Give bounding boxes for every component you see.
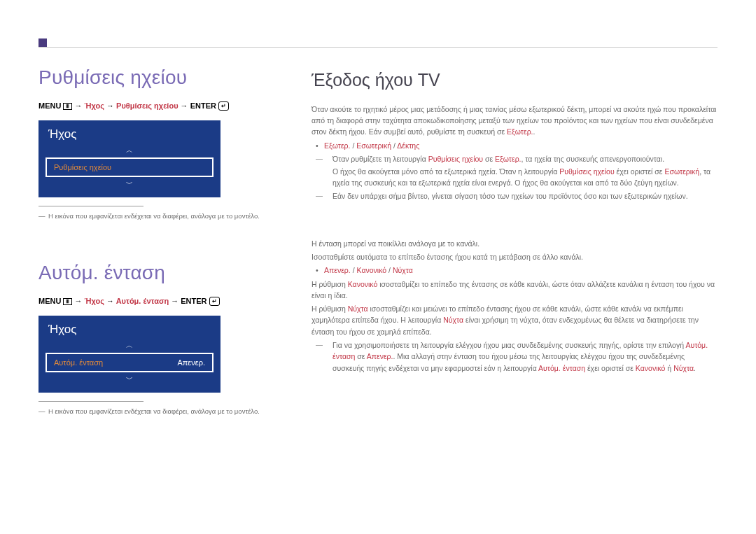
bc-auto: Αυτόμ. ένταση [116, 297, 169, 305]
bc-menu-label: MENU [38, 297, 63, 305]
osd-item-value: Απενερ. [177, 358, 205, 367]
subsection-title-tv-out: Έξοδος ήχου TV [312, 66, 718, 94]
note-item: Εάν δεν υπάρχει σήμα βίντεο, γίνεται σίγ… [312, 190, 718, 202]
note-item: Για να χρησιμοποιήσετε τη λειτουργία ελέ… [312, 339, 718, 374]
osd-menu-title: Ήχος [38, 323, 220, 341]
separator: / [386, 266, 393, 274]
bc-arrow: → [72, 297, 84, 305]
breadcrumb-auto-volume: MENU Ⅲ → Ήχος → Αυτόμ. ένταση → ENTER ↵ [38, 297, 276, 306]
paragraph: Η ρύθμιση Κανονικό ισοσταθμίζει το επίπε… [312, 279, 718, 302]
osd-menu-item-speaker[interactable]: Ρυθμίσεις ηχείου [46, 157, 214, 177]
bc-enter-label: ENTER [190, 101, 218, 110]
note-subtext: Ο ήχος θα ακούγεται μόνο από τα εξωτερικ… [312, 166, 718, 189]
header-rule [38, 47, 718, 48]
text: ή [665, 364, 673, 372]
footnote-speaker: Η εικόνα που εμφανίζεται ενδέχεται να δι… [38, 212, 276, 220]
option-list: Απενερ. / Κανονικό / Νύχτα [312, 265, 718, 276]
corner-mark [38, 38, 47, 47]
text: Ο ήχος θα ακούγεται μόνο από τα εξωτερικ… [332, 167, 559, 176]
subsection-auto-volume: Η ένταση μπορεί να ποικίλλει ανάλογα με … [312, 238, 718, 374]
bc-speaker: Ρυθμίσεις ηχείου [116, 101, 178, 110]
paragraph: Η ένταση μπορεί να ποικίλλει ανάλογα με … [312, 238, 718, 249]
enter-button-icon: ↵ [209, 297, 220, 306]
enter-button-icon: ↵ [218, 101, 229, 111]
right-column: Έξοδος ήχου TV Όταν ακούτε το ηχητικό μέ… [312, 66, 718, 415]
text: σε [483, 155, 495, 163]
chevron-up-icon: ︿ [38, 341, 220, 351]
bc-arrow: → [104, 297, 116, 305]
osd-menu-speaker: Ήχος ︿ Ρυθμίσεις ηχείου ﹀ [38, 120, 220, 197]
text-highlight: Εξωτερ. [507, 127, 533, 136]
text: , τα ηχεία της συσκευής απενεργοποιούντα… [522, 155, 665, 163]
bc-arrow: → [104, 101, 116, 110]
bc-sound: Ήχος [85, 297, 104, 305]
text-highlight: Ρυθμίσεις ηχείου [559, 167, 614, 176]
chevron-up-icon: ︿ [38, 146, 220, 155]
breadcrumb-speaker: MENU Ⅲ → Ήχος → Ρυθμίσεις ηχείου → ENTER… [38, 101, 276, 111]
text: Για να χρησιμοποιήσετε τη λειτουργία ελέ… [332, 341, 685, 349]
separator: / [391, 141, 397, 150]
text: Η ρύθμιση [312, 304, 348, 313]
page-content: Ρυθμίσεις ηχείου MENU Ⅲ → Ήχος → Ρυθμίσε… [38, 66, 718, 415]
text-highlight: Κανονικό [636, 364, 666, 372]
text-highlight: Εξωτερ. [495, 155, 521, 163]
option-external: Εξωτερ. [324, 141, 350, 150]
text: έχει οριστεί σε [585, 364, 636, 372]
separator [38, 206, 144, 206]
left-column: Ρυθμίσεις ηχείου MENU Ⅲ → Ήχος → Ρυθμίσε… [38, 66, 276, 415]
footnote-auto-volume: Η εικόνα που εμφανίζεται ενδέχεται να δι… [38, 407, 276, 415]
option-list: Εξωτερ. / Εσωτερική / Δέκτης [312, 140, 718, 151]
option-internal: Εσωτερική [356, 141, 391, 150]
text: Όταν ρυθμίζετε τη λειτουργία [332, 155, 428, 163]
bc-menu-label: MENU [38, 101, 63, 110]
separator: / [350, 141, 356, 150]
text-highlight: Αυτόμ. ένταση [538, 364, 585, 372]
option-off: Απενερ. [324, 266, 351, 274]
osd-menu-item-auto-volume[interactable]: Αυτόμ. ένταση Απενερ. [46, 353, 214, 372]
osd-menu-title: Ήχος [38, 127, 220, 146]
text: έχει οριστεί σε [615, 167, 665, 176]
text: σε [355, 352, 366, 360]
section-auto-volume: Αυτόμ. ένταση MENU Ⅲ → Ήχος → Αυτόμ. έντ… [38, 262, 276, 415]
option-night: Νύχτα [393, 266, 413, 274]
chevron-down-icon: ﹀ [38, 179, 220, 189]
text-highlight: Νύχτα [673, 364, 694, 372]
osd-menu-auto-volume: Ήχος ︿ Αυτόμ. ένταση Απενερ. ﹀ [38, 316, 220, 393]
osd-item-label: Αυτόμ. ένταση [54, 358, 103, 367]
bc-enter-label: ENTER [181, 297, 209, 305]
chevron-down-icon: ﹀ [38, 374, 220, 384]
menu-button-icon: Ⅲ [63, 298, 72, 305]
option-normal: Κανονικό [357, 266, 387, 274]
text: Η ρύθμιση [312, 280, 348, 288]
option-receiver: Δέκτης [397, 141, 419, 150]
separator: / [351, 266, 357, 274]
paragraph: Η ρύθμιση Νύχτα ισοσταθμίζει και μειώνει… [312, 303, 718, 337]
text: Εάν δεν υπάρχει σήμα βίντεο, γίνεται σίγ… [332, 192, 688, 200]
text-highlight: Νύχτα [443, 316, 463, 324]
note-item: Όταν ρυθμίζετε τη λειτουργία Ρυθμίσεις η… [312, 153, 718, 164]
bc-sound: Ήχος [85, 101, 104, 110]
section-title-speaker: Ρυθμίσεις ηχείου [38, 66, 276, 89]
bc-arrow: → [72, 101, 84, 110]
bc-arrow: → [178, 101, 190, 110]
menu-button-icon: Ⅲ [63, 103, 72, 110]
paragraph: Ισοσταθμίστε αυτόματα το επίπεδο έντασης… [312, 251, 718, 262]
text-highlight: Κανονικό [348, 280, 378, 288]
osd-item-label: Ρυθμίσεις ηχείου [54, 163, 111, 171]
text-highlight: Νύχτα [348, 304, 368, 313]
paragraph: Όταν ακούτε το ηχητικό μέρος μιας μετάδο… [312, 104, 718, 138]
text-highlight: Ρυθμίσεις ηχείου [428, 155, 483, 163]
section-title-auto-volume: Αυτόμ. ένταση [38, 262, 276, 284]
text: . [694, 364, 696, 372]
bc-arrow: → [169, 297, 181, 305]
text-highlight: Απενερ. [367, 352, 393, 360]
separator [38, 401, 144, 402]
text: . [533, 127, 536, 136]
text-highlight: Εσωτερική [664, 167, 699, 176]
